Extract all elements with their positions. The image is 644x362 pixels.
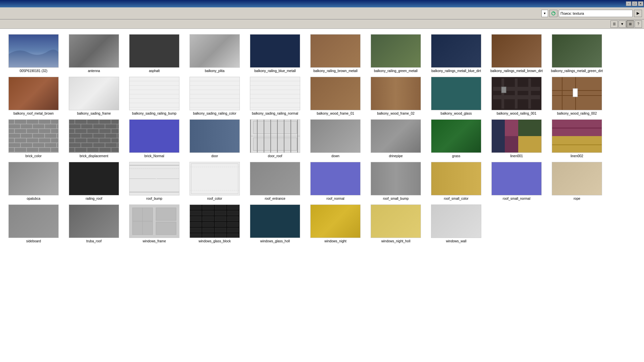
texture-item-door[interactable]: door — [184, 117, 245, 160]
texture-item-railing_roof[interactable]: railing_roof — [64, 160, 124, 202]
texture-item-roof_entrance[interactable]: roof_entrance — [245, 160, 305, 202]
texture-item-opalubca[interactable]: opalubca — [3, 160, 64, 202]
texture-thumb-balkony_railing_green_metall — [371, 34, 421, 68]
texture-item-roof_small_bump[interactable]: roof_small_bump — [366, 160, 426, 202]
svg-rect-87 — [105, 124, 117, 128]
texture-thumb-brick_displacement — [69, 119, 119, 153]
svg-rect-160 — [215, 222, 226, 227]
texture-item-sideboard[interactable]: sideboard — [3, 202, 64, 245]
texture-item-balkony_roof_metal_brown[interactable]: balkony_roof_metal_brown — [3, 75, 64, 117]
texture-item-balkony_railings_metall_green_dirt[interactable]: balkony_railings_metall_green_dirt — [547, 32, 607, 75]
texture-thumb-windows_glass_block — [190, 204, 240, 238]
texture-item-balkony_wood_frame_02[interactable]: balkony_wood_frame_02 — [366, 75, 426, 117]
texture-thumb-balkony_wood_frame_01 — [310, 77, 361, 110]
texture-item-balkony_wood_railing_001[interactable]: balkony_wood_railing_001 — [486, 75, 547, 117]
texture-item-balkony_sading_railing_bump[interactable]: balkony_sading_railing_bump — [124, 75, 184, 117]
svg-rect-70 — [33, 143, 44, 147]
texture-item-roof_color[interactable]: roof_color — [184, 160, 245, 202]
svg-rect-154 — [190, 217, 201, 221]
texture-label-drinepipe: drinepipe — [389, 154, 402, 158]
texture-item-roof_bump[interactable]: roof_bump — [124, 160, 184, 202]
texture-thumb-balkony_plita — [190, 34, 240, 68]
help-button[interactable]: ? — [635, 20, 642, 28]
texture-item-balkony_plita[interactable]: balkony_plita — [184, 32, 245, 75]
texture-item-roof_small_color[interactable]: roof_small_color — [426, 160, 486, 202]
texture-item-balkony_wood_glass[interactable]: balkony_wood_glass — [426, 75, 486, 117]
texture-item-balkony_railings_metall_brown_dirt[interactable]: balkony_railings_metall_brown_dirt — [486, 32, 547, 75]
list-view-button[interactable]: ☰ — [610, 20, 618, 28]
texture-thumb-windows_glass_holl — [250, 204, 300, 238]
texture-item-windows_night_holl[interactable]: windows_night_holl — [366, 202, 426, 245]
texture-thumb-grass — [431, 119, 481, 153]
texture-item-grass[interactable]: grass — [426, 117, 486, 160]
texture-item-balkony_railing_green_metall[interactable]: balkony_railing_green_metall — [366, 32, 426, 75]
refresh-button[interactable] — [549, 10, 557, 17]
texture-item-down[interactable]: down — [305, 117, 366, 160]
maximize-button[interactable]: □ — [632, 1, 637, 6]
texture-item-windows_glass_holl[interactable]: windows_glass_holl — [245, 202, 305, 245]
texture-item-brick_Normal[interactable]: brick_Normal — [124, 117, 184, 160]
texture-label-balkony_sading_frame: balkony_sading_frame — [77, 112, 111, 115]
minimize-button[interactable]: − — [626, 1, 631, 6]
view-toolbar: ☰ ▼ ⊞ ? — [0, 19, 644, 29]
texture-item-brick_color[interactable]: brick_color — [3, 117, 64, 160]
svg-rect-149 — [227, 205, 238, 209]
svg-rect-108 — [117, 143, 119, 147]
texture-item-windows_glass_block[interactable]: windows_glass_block — [184, 202, 245, 245]
texture-thumb-balkony_roof_metal_brown — [8, 77, 59, 110]
texture-item-balkony_railing_brown_metall[interactable]: balkony_railing_brown_metall — [305, 32, 366, 75]
svg-rect-113 — [111, 148, 119, 152]
texture-item-balkony_sading_railing_color[interactable]: balkony_sading_railing_color — [184, 75, 245, 117]
texture-label-brick_Normal: brick_Normal — [145, 154, 164, 158]
svg-rect-62 — [57, 134, 59, 138]
texture-thumb-brick_Normal — [129, 119, 179, 153]
svg-rect-167 — [203, 234, 214, 238]
search-button[interactable]: ▶ — [634, 10, 642, 17]
texture-grid: 005P6190181 (32)antennaasphaltbalkony_pl… — [0, 29, 644, 362]
thumbnail-view-button[interactable]: ⊞ — [627, 20, 634, 28]
texture-thumb-rope — [552, 162, 602, 195]
texture-thumb-balkony_wood_railing_001 — [491, 77, 542, 110]
texture-label-balkony_wood_railing_002: balkony_wood_railing_002 — [557, 112, 597, 115]
close-button[interactable]: ✕ — [638, 1, 643, 6]
texture-item-balkony_railing_blue_metall[interactable]: balkony_railing_blue_metall — [245, 32, 305, 75]
texture-item-truba_roof[interactable]: truba_roof — [64, 202, 124, 245]
svg-rect-32 — [501, 78, 504, 109]
texture-item-door_roof[interactable]: door_roof — [245, 117, 305, 160]
texture-item-windows_wall[interactable]: windows_wall — [426, 202, 486, 245]
texture-label-balkony_wood_frame_01: balkony_wood_frame_01 — [317, 112, 354, 115]
texture-item-antenna[interactable]: antenna — [64, 32, 124, 75]
svg-rect-60 — [33, 134, 44, 138]
texture-thumb-balkony_sading_railing_normal — [250, 77, 300, 110]
svg-rect-166 — [190, 234, 201, 238]
texture-thumb-roof_color — [190, 162, 240, 195]
texture-item-005p6190181[interactable]: 005P6190181 (32) — [3, 32, 64, 75]
texture-label-down: down — [331, 154, 339, 158]
texture-item-linen001[interactable]: linen001 — [486, 117, 547, 160]
texture-item-balkony_railings_metall_blue_dirt[interactable]: balkony_railings_metall_blue_dirt — [426, 32, 486, 75]
texture-item-balkony_wood_railing_002[interactable]: balkony_wood_railing_002 — [547, 75, 607, 117]
texture-label-brick_color: brick_color — [25, 154, 42, 158]
svg-rect-158 — [190, 222, 201, 227]
texture-item-roof_normal[interactable]: roof_normal — [305, 160, 366, 202]
svg-rect-66 — [39, 138, 50, 142]
texture-item-windows_frame[interactable]: windows_frame — [124, 202, 184, 245]
texture-thumb-railing_roof — [69, 162, 119, 195]
texture-item-balkony_sading_railing_normal[interactable]: balkony_sading_railing_normal — [245, 75, 305, 117]
dropdown-button[interactable]: ▼ — [541, 10, 548, 17]
texture-item-rope[interactable]: rope — [547, 160, 607, 202]
texture-label-windows_wall: windows_wall — [446, 239, 466, 243]
texture-item-brick_displacement[interactable]: brick_displacement — [64, 117, 124, 160]
texture-item-asphalt[interactable]: asphalt — [124, 32, 184, 75]
dropdown-view-button[interactable]: ▼ — [619, 20, 626, 28]
texture-item-balkony_sading_frame[interactable]: balkony_sading_frame — [64, 75, 124, 117]
svg-rect-156 — [215, 217, 226, 221]
texture-item-roof_small_normal[interactable]: roof_small_normal — [486, 160, 547, 202]
texture-item-balkony_wood_frame_01[interactable]: balkony_wood_frame_01 — [305, 75, 366, 117]
search-input[interactable] — [559, 10, 633, 17]
svg-rect-64 — [15, 138, 26, 142]
texture-item-windows_night[interactable]: windows_night — [305, 202, 366, 245]
texture-item-linen002[interactable]: linen002 — [547, 117, 607, 160]
texture-item-drinepipe[interactable]: drinepipe — [366, 117, 426, 160]
svg-rect-95 — [81, 134, 93, 138]
